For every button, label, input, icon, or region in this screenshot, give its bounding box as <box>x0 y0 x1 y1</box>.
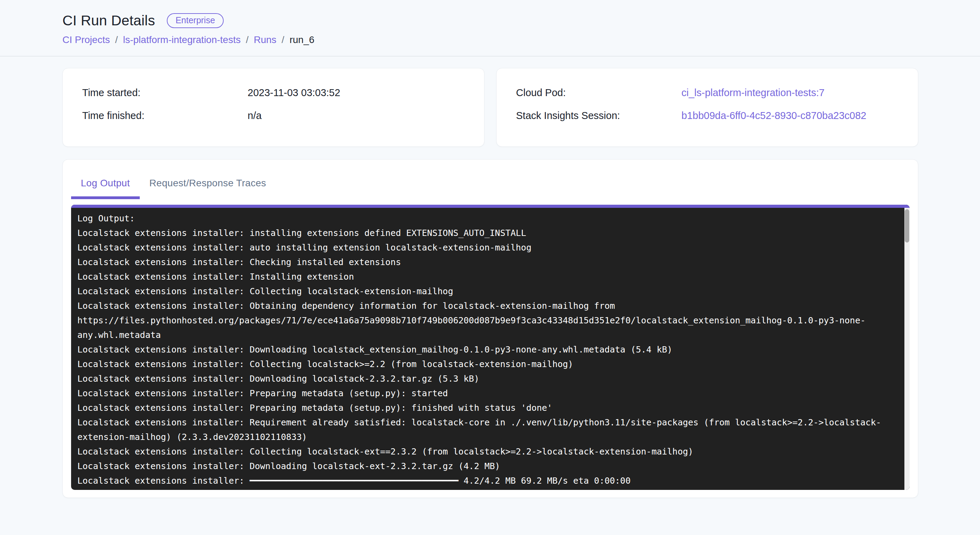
info-row: Time started:2023-11-03 03:03:52 <box>82 87 465 99</box>
log-line: Localstack extensions installer: Downloa… <box>77 372 896 386</box>
run-links-card: Cloud Pod:ci_ls-platform-integration-tes… <box>496 68 918 147</box>
breadcrumb-separator: / <box>282 34 284 45</box>
log-line: Localstack extensions installer: Install… <box>77 269 896 284</box>
log-line: Localstack extensions installer: Obtaini… <box>77 299 896 313</box>
log-output-text: Log Output:Localstack extensions install… <box>71 208 910 490</box>
time-info-card: Time started:2023-11-03 03:03:52Time fin… <box>62 68 484 147</box>
enterprise-badge: Enterprise <box>167 13 224 28</box>
log-line: Localstack extensions installer: Prepari… <box>77 386 896 401</box>
breadcrumb-link-runs[interactable]: Runs <box>254 34 276 45</box>
log-line: Localstack extensions installer: Require… <box>77 415 896 430</box>
main-content: Time started:2023-11-03 03:03:52Time fin… <box>0 57 980 498</box>
log-line: Localstack extensions installer: install… <box>77 226 896 240</box>
log-line: Localstack extensions installer: Collect… <box>77 357 896 372</box>
log-terminal[interactable]: Log Output:Localstack extensions install… <box>71 205 910 490</box>
info-row: Stack Insights Session:b1bb09da-6ff0-4c5… <box>516 110 899 121</box>
log-line: https://files.pythonhosted.org/packages/… <box>77 313 896 328</box>
breadcrumb-link-ls-platform-integration-tests[interactable]: ls-platform-integration-tests <box>123 34 241 45</box>
log-line: Localstack extensions installer: ━━━━━━━… <box>77 474 896 488</box>
breadcrumb: CI Projects/ls-platform-integration-test… <box>62 34 918 45</box>
info-label: Stack Insights Session: <box>516 110 681 121</box>
log-line: extension-mailhog) (2.3.3.dev20231102110… <box>77 430 896 444</box>
info-cards-row: Time started:2023-11-03 03:03:52Time fin… <box>62 68 918 147</box>
breadcrumb-separator: / <box>246 34 249 45</box>
breadcrumb-link-ci-projects[interactable]: CI Projects <box>62 34 110 45</box>
breadcrumb-separator: / <box>115 34 118 45</box>
terminal-scrollbar[interactable] <box>904 208 910 490</box>
info-label: Cloud Pod: <box>516 87 681 99</box>
progress-bar <box>71 205 910 208</box>
tab-log-output[interactable]: Log Output <box>71 171 140 199</box>
page-header: CI Run Details Enterprise CI Projects/ls… <box>0 0 980 57</box>
tab-bar: Log OutputRequest/Response Traces <box>71 171 910 199</box>
log-line: Log Output: <box>77 211 896 226</box>
log-line: Localstack extensions installer: auto in… <box>77 240 896 255</box>
log-line: Localstack extensions installer: Prepari… <box>77 401 896 415</box>
log-line: Localstack extensions installer: Downloa… <box>77 459 896 474</box>
info-label: Time finished: <box>82 110 248 121</box>
log-line: Localstack extensions installer: Checkin… <box>77 255 896 269</box>
page-title: CI Run Details <box>62 13 155 29</box>
tab-request-response-traces[interactable]: Request/Response Traces <box>140 171 276 199</box>
log-card: Log OutputRequest/Response Traces Log Ou… <box>62 159 918 498</box>
info-value: 2023-11-03 03:03:52 <box>248 87 465 99</box>
title-row: CI Run Details Enterprise <box>62 13 918 29</box>
info-label: Time started: <box>82 87 248 99</box>
log-line: any.whl.metadata <box>77 328 896 342</box>
log-line: Localstack extensions installer: Downloa… <box>77 342 896 357</box>
info-row: Cloud Pod:ci_ls-platform-integration-tes… <box>516 87 899 99</box>
info-value: n/a <box>248 110 465 121</box>
info-value-link[interactable]: ci_ls-platform-integration-tests:7 <box>681 87 899 99</box>
log-line: Localstack extensions installer: Collect… <box>77 444 896 459</box>
breadcrumb-current: run_6 <box>290 34 315 45</box>
scrollbar-thumb[interactable] <box>905 209 909 242</box>
info-value-link[interactable]: b1bb09da-6ff0-4c52-8930-c870ba23c082 <box>681 110 899 121</box>
info-row: Time finished:n/a <box>82 110 465 121</box>
log-line: Localstack extensions installer: Collect… <box>77 284 896 299</box>
